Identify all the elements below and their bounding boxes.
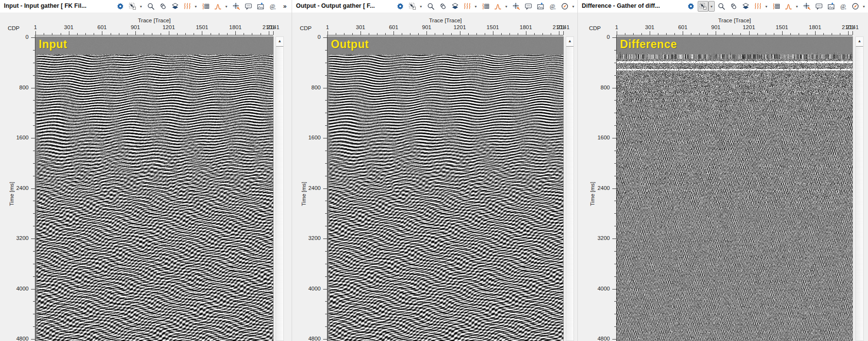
mouse-tool-icon[interactable]: [158, 1, 168, 12]
mouse-tool-icon[interactable]: [438, 1, 448, 12]
trace-major-tick: [273, 31, 274, 35]
trace-tick-label: 301: [356, 24, 365, 30]
histogram-dropdown-icon[interactable]: ▼: [223, 1, 229, 12]
trace-major-tick: [683, 31, 683, 35]
panel-input: Input - Input gather [ FK Fil... ▼▼▼@» C…: [0, 0, 292, 341]
scroll-track[interactable]: [276, 47, 283, 341]
export-image-icon[interactable]: [255, 1, 266, 12]
trace-major-tick: [102, 31, 102, 35]
trace-major-tick: [815, 31, 816, 35]
time-tick-label: 0: [7, 34, 29, 40]
time-axis-title: Time [ms]: [590, 177, 595, 206]
trace-tick-label: 601: [389, 24, 398, 30]
time-major-tick: [31, 339, 35, 340]
settings-gear-icon[interactable]: [115, 1, 126, 12]
comment-bubble-icon[interactable]: [814, 1, 824, 12]
wiggle-table-icon[interactable]: [771, 1, 782, 12]
wiggle-display-icon[interactable]: [753, 1, 763, 12]
scroll-up-button[interactable]: ▲: [566, 37, 573, 47]
snap-crosshair-icon[interactable]: [511, 1, 522, 12]
zoom-at-icon[interactable]: @: [838, 1, 849, 12]
trace-major-tick: [782, 31, 783, 35]
trace-tick-label: 1801: [520, 24, 532, 30]
time-major-tick: [612, 88, 616, 88]
trace-major-tick: [426, 31, 427, 35]
compass-dropdown-icon[interactable]: ▼: [570, 1, 576, 12]
overflow-chevrons-icon[interactable]: »: [279, 1, 290, 12]
histogram-dropdown-icon[interactable]: ▼: [503, 1, 509, 12]
histogram-icon[interactable]: [783, 1, 794, 12]
trace-axis-title: Trace [Trace]: [617, 17, 852, 23]
time-tick-label: 800: [7, 85, 29, 90]
trace-major-tick: [135, 31, 136, 35]
seismic-image[interactable]: [617, 36, 853, 341]
wiggle-display-icon[interactable]: [462, 1, 473, 12]
cdp-axis-label: CDP: [300, 25, 311, 31]
trace-tick-label: 1: [615, 24, 618, 30]
trace-major-tick: [749, 31, 750, 35]
trace-tick-label: 1801: [229, 24, 242, 30]
scroll-track[interactable]: [566, 47, 573, 341]
trace-major-tick: [559, 31, 559, 35]
time-tick-label: 4000: [589, 286, 610, 291]
export-image-icon[interactable]: [826, 1, 836, 12]
trace-tick-label: 301: [64, 24, 73, 30]
trace-tick-label: 1201: [454, 24, 466, 30]
trace-major-tick: [269, 31, 269, 35]
layers-icon[interactable]: [740, 1, 751, 12]
trace-tick-label: 2141: [846, 24, 859, 30]
mouse-tool-icon[interactable]: [728, 1, 739, 12]
seismic-image[interactable]: [328, 36, 564, 341]
cdp-axis-label: CDP: [589, 25, 601, 31]
layers-icon[interactable]: [170, 1, 180, 12]
wiggle-table-icon[interactable]: [480, 1, 491, 12]
seismic-image[interactable]: [35, 36, 274, 341]
histogram-icon[interactable]: [213, 1, 223, 12]
zoom-magnifier-icon[interactable]: [716, 1, 727, 12]
pointer-select-icon[interactable]: [407, 1, 418, 12]
scroll-track[interactable]: [856, 47, 863, 341]
zoom-at-icon[interactable]: @: [547, 1, 558, 12]
trace-major-tick: [202, 31, 202, 35]
vertical-scrollbar[interactable]: ▲: [566, 36, 574, 341]
time-tick-label: 3200: [7, 235, 29, 241]
wiggle-display-icon[interactable]: [182, 1, 193, 12]
trace-major-tick: [328, 31, 328, 35]
workspace: Input - Input gather [ FK Fil... ▼▼▼@» C…: [0, 0, 868, 341]
wiggle-table-icon[interactable]: [200, 1, 211, 12]
snap-crosshair-icon[interactable]: [802, 1, 812, 12]
layers-icon[interactable]: [450, 1, 460, 12]
time-major-tick: [323, 289, 327, 290]
pointer-select-dropdown-icon[interactable]: ▼: [708, 1, 715, 12]
snap-crosshair-icon[interactable]: [231, 1, 242, 12]
export-image-icon[interactable]: [535, 1, 546, 12]
settings-gear-icon[interactable]: [395, 1, 406, 12]
vertical-scrollbar[interactable]: ▲: [855, 36, 864, 341]
wiggle-display-dropdown-icon[interactable]: ▼: [473, 1, 479, 12]
wiggle-display-dropdown-icon[interactable]: ▼: [763, 1, 770, 12]
zoom-magnifier-icon[interactable]: [146, 1, 156, 12]
zoom-at-icon[interactable]: @: [267, 1, 278, 12]
svg-text:@: @: [270, 3, 275, 10]
histogram-icon[interactable]: [492, 1, 503, 12]
compass-icon[interactable]: [850, 1, 861, 12]
pointer-select-icon[interactable]: [698, 1, 708, 12]
compass-dropdown-icon[interactable]: ▼: [861, 1, 867, 12]
trace-major-tick: [852, 31, 853, 35]
comment-bubble-icon[interactable]: [523, 1, 534, 12]
histogram-dropdown-icon[interactable]: ▼: [794, 1, 800, 12]
zoom-magnifier-icon[interactable]: [426, 1, 436, 12]
vertical-scrollbar[interactable]: ▲: [276, 36, 284, 341]
scroll-up-button[interactable]: ▲: [856, 37, 863, 47]
pointer-select-icon[interactable]: [127, 1, 138, 12]
settings-gear-icon[interactable]: [686, 1, 696, 12]
pointer-select-dropdown-icon[interactable]: ▼: [138, 1, 144, 12]
compass-icon[interactable]: [559, 1, 570, 12]
time-major-tick: [612, 239, 616, 239]
wiggle-display-dropdown-icon[interactable]: ▼: [193, 1, 199, 12]
scroll-up-button[interactable]: ▲: [276, 37, 283, 47]
pointer-select-dropdown-icon[interactable]: ▼: [418, 1, 424, 12]
comment-bubble-icon[interactable]: [243, 1, 254, 12]
time-major-tick: [31, 289, 35, 290]
time-axis-title: Time [ms]: [9, 177, 15, 206]
